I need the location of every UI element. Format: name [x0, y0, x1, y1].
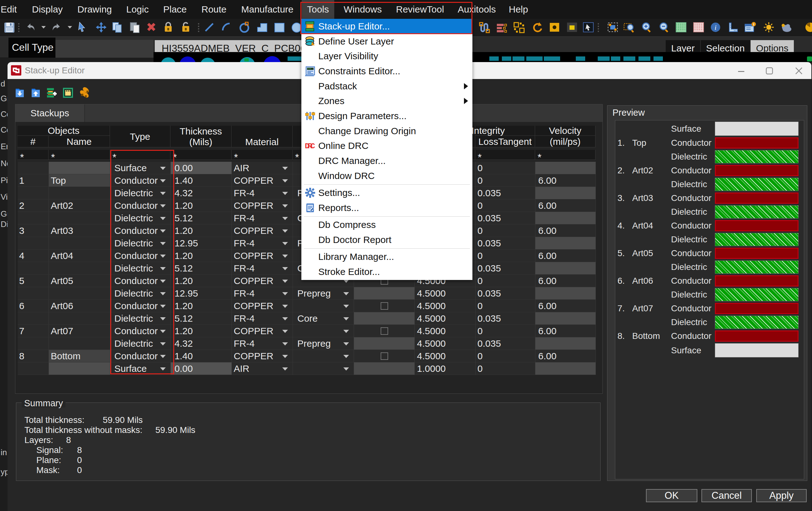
- svg-text:i: i: [715, 24, 717, 31]
- svg-text:DRC: DRC: [305, 142, 315, 151]
- svg-text:i: i: [753, 22, 754, 27]
